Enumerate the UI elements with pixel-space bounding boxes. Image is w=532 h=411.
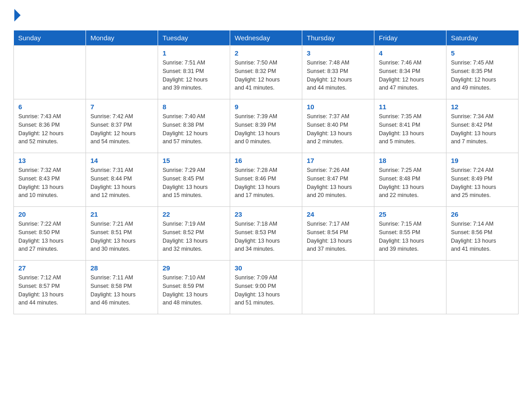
calendar-cell: 21Sunrise: 7:21 AM Sunset: 8:51 PM Dayli… (86, 207, 158, 261)
logo-triangle-icon (14, 9, 21, 21)
day-info: Sunrise: 7:31 AM Sunset: 8:44 PM Dayligh… (90, 166, 153, 200)
calendar-week-row: 20Sunrise: 7:22 AM Sunset: 8:50 PM Dayli… (14, 207, 519, 261)
day-info: Sunrise: 7:40 AM Sunset: 8:38 PM Dayligh… (163, 112, 225, 146)
day-info: Sunrise: 7:45 AM Sunset: 8:35 PM Dayligh… (451, 59, 514, 92)
calendar-day-header: Wednesday (230, 30, 302, 46)
calendar-day-header: Friday (374, 30, 446, 46)
logo (13, 9, 21, 21)
calendar-cell: 17Sunrise: 7:26 AM Sunset: 8:47 PM Dayli… (302, 153, 374, 207)
calendar-week-row: 13Sunrise: 7:32 AM Sunset: 8:43 PM Dayli… (14, 153, 519, 207)
day-info: Sunrise: 7:25 AM Sunset: 8:48 PM Dayligh… (379, 166, 442, 200)
day-info: Sunrise: 7:22 AM Sunset: 8:50 PM Dayligh… (18, 220, 81, 253)
calendar-cell: 11Sunrise: 7:35 AM Sunset: 8:41 PM Dayli… (374, 99, 446, 153)
calendar-cell: 20Sunrise: 7:22 AM Sunset: 8:50 PM Dayli… (14, 207, 86, 261)
day-info: Sunrise: 7:29 AM Sunset: 8:45 PM Dayligh… (163, 166, 225, 200)
day-info: Sunrise: 7:26 AM Sunset: 8:47 PM Dayligh… (307, 166, 369, 200)
calendar-cell: 15Sunrise: 7:29 AM Sunset: 8:45 PM Dayli… (158, 153, 230, 207)
day-info: Sunrise: 7:42 AM Sunset: 8:37 PM Dayligh… (90, 112, 153, 146)
day-number: 13 (18, 157, 81, 164)
day-info: Sunrise: 7:21 AM Sunset: 8:51 PM Dayligh… (90, 220, 153, 253)
calendar-cell: 23Sunrise: 7:18 AM Sunset: 8:53 PM Dayli… (230, 207, 302, 261)
day-info: Sunrise: 7:11 AM Sunset: 8:58 PM Dayligh… (90, 274, 153, 307)
calendar-cell: 4Sunrise: 7:46 AM Sunset: 8:34 PM Daylig… (374, 46, 446, 99)
day-number: 28 (90, 264, 153, 272)
calendar-cell: 6Sunrise: 7:43 AM Sunset: 8:36 PM Daylig… (14, 99, 86, 153)
day-number: 14 (90, 157, 153, 164)
day-info: Sunrise: 7:12 AM Sunset: 8:57 PM Dayligh… (18, 274, 81, 307)
day-number: 12 (451, 103, 514, 111)
day-number: 11 (379, 103, 442, 111)
day-info: Sunrise: 7:32 AM Sunset: 8:43 PM Dayligh… (18, 166, 81, 200)
calendar-cell (86, 46, 158, 99)
day-info: Sunrise: 7:46 AM Sunset: 8:34 PM Dayligh… (379, 59, 442, 92)
day-number: 2 (235, 49, 297, 57)
day-number: 1 (163, 49, 225, 57)
day-info: Sunrise: 7:39 AM Sunset: 8:39 PM Dayligh… (235, 112, 297, 146)
calendar-cell: 13Sunrise: 7:32 AM Sunset: 8:43 PM Dayli… (14, 153, 86, 207)
calendar-day-header: Saturday (446, 30, 519, 46)
day-number: 15 (163, 157, 225, 164)
day-number: 23 (235, 210, 297, 218)
calendar-table: SundayMondayTuesdayWednesdayThursdayFrid… (13, 30, 519, 314)
calendar-day-header: Monday (86, 30, 158, 46)
day-info: Sunrise: 7:10 AM Sunset: 8:59 PM Dayligh… (163, 274, 225, 307)
calendar-cell: 8Sunrise: 7:40 AM Sunset: 8:38 PM Daylig… (158, 99, 230, 153)
day-info: Sunrise: 7:51 AM Sunset: 8:31 PM Dayligh… (163, 59, 225, 92)
calendar-cell: 12Sunrise: 7:34 AM Sunset: 8:42 PM Dayli… (446, 99, 519, 153)
calendar-cell: 3Sunrise: 7:48 AM Sunset: 8:33 PM Daylig… (302, 46, 374, 99)
day-number: 3 (307, 49, 369, 57)
day-number: 25 (379, 210, 442, 218)
day-info: Sunrise: 7:43 AM Sunset: 8:36 PM Dayligh… (18, 112, 81, 146)
day-info: Sunrise: 7:18 AM Sunset: 8:53 PM Dayligh… (235, 220, 297, 253)
calendar-header-row: SundayMondayTuesdayWednesdayThursdayFrid… (14, 30, 519, 46)
calendar-cell: 25Sunrise: 7:15 AM Sunset: 8:55 PM Dayli… (374, 207, 446, 261)
calendar-cell: 16Sunrise: 7:28 AM Sunset: 8:46 PM Dayli… (230, 153, 302, 207)
day-info: Sunrise: 7:28 AM Sunset: 8:46 PM Dayligh… (235, 166, 297, 200)
day-number: 20 (18, 210, 81, 218)
day-info: Sunrise: 7:37 AM Sunset: 8:40 PM Dayligh… (307, 112, 369, 146)
day-number: 26 (451, 210, 514, 218)
calendar-cell: 24Sunrise: 7:17 AM Sunset: 8:54 PM Dayli… (302, 207, 374, 261)
calendar-week-row: 1Sunrise: 7:51 AM Sunset: 8:31 PM Daylig… (14, 46, 519, 99)
calendar-cell: 30Sunrise: 7:09 AM Sunset: 9:00 PM Dayli… (230, 261, 302, 314)
day-info: Sunrise: 7:15 AM Sunset: 8:55 PM Dayligh… (379, 220, 442, 253)
day-number: 30 (235, 264, 297, 272)
day-number: 29 (163, 264, 225, 272)
calendar-week-row: 6Sunrise: 7:43 AM Sunset: 8:36 PM Daylig… (14, 99, 519, 153)
calendar-cell (374, 261, 446, 314)
calendar-cell: 19Sunrise: 7:24 AM Sunset: 8:49 PM Dayli… (446, 153, 519, 207)
calendar-cell (14, 46, 86, 99)
day-info: Sunrise: 7:14 AM Sunset: 8:56 PM Dayligh… (451, 220, 514, 253)
calendar-cell: 29Sunrise: 7:10 AM Sunset: 8:59 PM Dayli… (158, 261, 230, 314)
day-number: 21 (90, 210, 153, 218)
day-number: 16 (235, 157, 297, 164)
calendar-cell: 1Sunrise: 7:51 AM Sunset: 8:31 PM Daylig… (158, 46, 230, 99)
calendar-cell: 27Sunrise: 7:12 AM Sunset: 8:57 PM Dayli… (14, 261, 86, 314)
day-info: Sunrise: 7:34 AM Sunset: 8:42 PM Dayligh… (451, 112, 514, 146)
day-number: 17 (307, 157, 369, 164)
day-info: Sunrise: 7:17 AM Sunset: 8:54 PM Dayligh… (307, 220, 369, 253)
day-number: 19 (451, 157, 514, 164)
day-number: 5 (451, 49, 514, 57)
day-info: Sunrise: 7:48 AM Sunset: 8:33 PM Dayligh… (307, 59, 369, 92)
day-number: 8 (163, 103, 225, 111)
calendar-cell: 9Sunrise: 7:39 AM Sunset: 8:39 PM Daylig… (230, 99, 302, 153)
calendar-cell (302, 261, 374, 314)
day-info: Sunrise: 7:50 AM Sunset: 8:32 PM Dayligh… (235, 59, 297, 92)
day-number: 9 (235, 103, 297, 111)
day-number: 4 (379, 49, 442, 57)
calendar-cell: 14Sunrise: 7:31 AM Sunset: 8:44 PM Dayli… (86, 153, 158, 207)
day-number: 24 (307, 210, 369, 218)
calendar-cell: 18Sunrise: 7:25 AM Sunset: 8:48 PM Dayli… (374, 153, 446, 207)
day-number: 22 (163, 210, 225, 218)
day-number: 10 (307, 103, 369, 111)
day-number: 7 (90, 103, 153, 111)
calendar-cell: 22Sunrise: 7:19 AM Sunset: 8:52 PM Dayli… (158, 207, 230, 261)
calendar-cell: 10Sunrise: 7:37 AM Sunset: 8:40 PM Dayli… (302, 99, 374, 153)
calendar-cell: 28Sunrise: 7:11 AM Sunset: 8:58 PM Dayli… (86, 261, 158, 314)
day-info: Sunrise: 7:35 AM Sunset: 8:41 PM Dayligh… (379, 112, 442, 146)
calendar-cell: 7Sunrise: 7:42 AM Sunset: 8:37 PM Daylig… (86, 99, 158, 153)
day-number: 18 (379, 157, 442, 164)
day-info: Sunrise: 7:09 AM Sunset: 9:00 PM Dayligh… (235, 274, 297, 307)
page-header (13, 9, 519, 21)
